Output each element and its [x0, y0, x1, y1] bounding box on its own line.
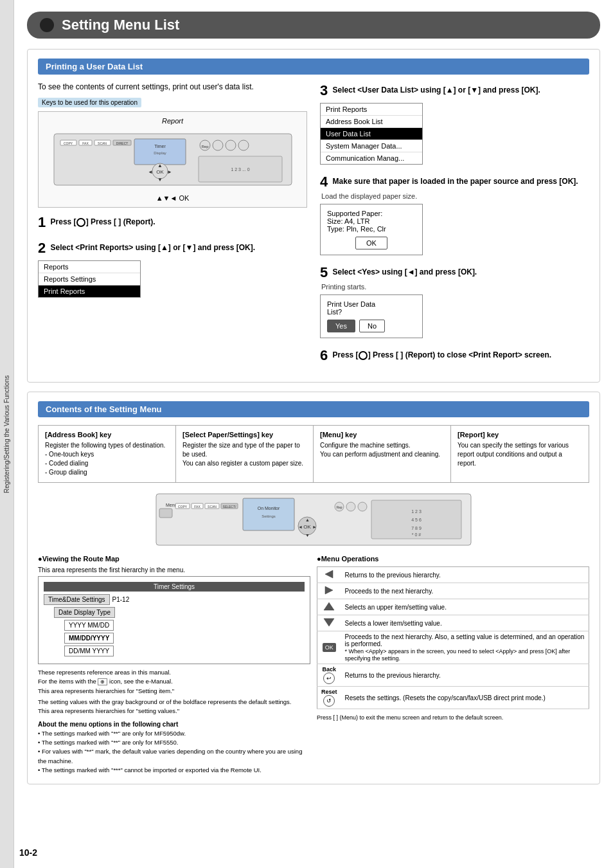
- step5-text: Select <Yes> using [◄] and press [OK].: [333, 267, 477, 276]
- op-ok-desc: Proceeds to the next hierarchy. Also, a …: [341, 631, 589, 664]
- op-fwd-desc: Proceeds to the next hierarchy.: [341, 583, 589, 599]
- keys-label: Keys to be used for this operation: [38, 98, 141, 107]
- yes-button[interactable]: Yes: [327, 320, 355, 332]
- down-arrow-icon: [323, 617, 335, 628]
- svg-text:1  2  3: 1 2 3: [411, 509, 422, 514]
- svg-text:4  5  6: 4 5 6: [411, 518, 422, 522]
- svg-point-21: [226, 140, 236, 150]
- key-col-report-header: [Report] key: [458, 431, 582, 439]
- svg-text:Settings: Settings: [262, 514, 276, 518]
- side-tab: Registering/Setting the Various Function…: [0, 0, 14, 868]
- step2: 2 Select <Print Reports> using [▲] or [▼…: [38, 240, 307, 298]
- step4-ok-button[interactable]: OK: [355, 237, 387, 249]
- no-button[interactable]: No: [359, 320, 385, 332]
- reset-circle-icon: ↺: [323, 695, 335, 707]
- svg-text:COPY: COPY: [63, 141, 73, 145]
- svg-text:*  0  #: * 0 #: [412, 532, 422, 537]
- dialog-line1: Print User Data: [327, 300, 416, 308]
- step5-subtext: Printing starts.: [321, 283, 589, 291]
- reset-label: Reset: [321, 689, 337, 695]
- svg-text:SCAN: SCAN: [98, 141, 107, 145]
- menu-system-manager: System Manager Data...: [321, 140, 422, 152]
- svg-text:▲: ▲: [157, 163, 163, 168]
- step2-menu: Reports Reports Settings Print Reports: [38, 260, 141, 298]
- section-printing-user-data: Printing a User Data List To see the con…: [27, 49, 600, 383]
- step2-number: 2: [38, 240, 46, 257]
- up-arrow-icon: [323, 601, 335, 611]
- key-col-address-text: Register the following types of destinat…: [45, 441, 169, 477]
- chart-heading: About the menu options in the following …: [38, 719, 310, 729]
- page-number: 10-2: [19, 847, 37, 858]
- svg-marker-57: [324, 619, 334, 626]
- svg-marker-54: [325, 570, 333, 578]
- left-column: To see the contents of current settings,…: [38, 82, 307, 373]
- svg-text:▼: ▼: [157, 177, 163, 183]
- keys-table: [Address Book] key Register the followin…: [38, 425, 589, 483]
- svg-text:DIRECT: DIRECT: [116, 141, 128, 145]
- back-circle-icon: ↩: [323, 673, 335, 684]
- step4-number: 4: [320, 174, 328, 190]
- section2-header: Contents of the Setting Menu: [38, 401, 589, 417]
- svg-marker-56: [324, 602, 334, 610]
- menu-item-reports: Reports: [39, 261, 140, 273]
- step4-text: Make sure that paper is loaded in the pa…: [333, 177, 578, 186]
- key-col-report-text: You can specify the settings for various…: [458, 441, 582, 468]
- svg-text:1 2 3 ... 0: 1 2 3 ... 0: [231, 167, 249, 172]
- svg-text:Timer: Timer: [154, 144, 166, 149]
- svg-text:FAX: FAX: [194, 505, 200, 509]
- left-arrow-icon: [323, 569, 335, 579]
- key-col-menu: [Menu] key Configure the machine setting…: [314, 426, 451, 482]
- svg-text:Rep: Rep: [201, 145, 209, 149]
- key-col-menu-text: Configure the machine settings.You can p…: [320, 441, 444, 459]
- svg-text:▼: ▼: [305, 533, 310, 538]
- svg-point-22: [238, 140, 249, 150]
- dialog-line2: List?: [327, 308, 416, 316]
- step4-subtext: Load the displayed paper size.: [321, 192, 589, 200]
- svg-text:FAX: FAX: [82, 141, 89, 145]
- note-bullet3: • For values with "**" mark, the default…: [38, 747, 310, 766]
- op-row-reset: Reset ↺ Resets the settings. (Resets the…: [317, 687, 589, 709]
- route-desc1: This area represents the first hierarchy…: [38, 566, 310, 574]
- key-col-menu-header: [Menu] key: [320, 431, 444, 439]
- timer-opt3: DD/MM YYYY: [64, 646, 114, 656]
- title-icon: [40, 18, 54, 32]
- intro-text: To see the contents of current settings,…: [38, 82, 307, 91]
- svg-point-47: [346, 502, 355, 511]
- step4: 4 Make sure that paper is loaded in the …: [320, 174, 589, 255]
- timer-diagram: Timer Settings Time&Date Settings P1-12 …: [38, 576, 310, 664]
- note-bullet2: • The settings marked with "**" are only…: [38, 738, 310, 747]
- svg-text:OK: OK: [156, 169, 164, 175]
- svg-text:◄: ◄: [298, 525, 303, 529]
- page-title-bar: Setting Menu List: [27, 12, 600, 39]
- timer-date-display: Date Display Type: [54, 607, 115, 618]
- icon-placeholder: ⊕: [98, 678, 107, 685]
- note-bullet4: • The settings marked with "***" cannot …: [38, 766, 310, 775]
- op-row-up: Selects an upper item/setting value.: [317, 599, 589, 615]
- step4-paper-box: Supported Paper: Size: A4, LTR Type: Pln…: [320, 204, 423, 255]
- section1-header: Printing a User Data List: [38, 59, 589, 75]
- key-col-address: [Address Book] key Register the followin…: [39, 426, 176, 482]
- viewing-route-map-heading: ●Viewing the Route Map: [38, 555, 310, 563]
- paper-line3: Type: Pln, Rec, Clr: [327, 225, 416, 233]
- svg-text:7  8  9: 7 8 9: [411, 526, 422, 530]
- menu-print-reports: Print Reports: [321, 104, 422, 116]
- key-col-address-header: [Address Book] key: [45, 431, 169, 439]
- key-col-paper-header: [Select Paper/Settings] key: [182, 431, 306, 439]
- svg-text:▲: ▲: [305, 518, 310, 522]
- operations-table: Returns to the previous hierarchy. Proce…: [317, 566, 589, 709]
- timer-time-date: Time&Date Settings: [44, 594, 110, 605]
- svg-text:On Monitor: On Monitor: [258, 506, 280, 511]
- svg-text:Rep: Rep: [336, 505, 342, 509]
- menu-item-reports-settings: Reports Settings: [39, 273, 140, 285]
- ok-icon: OK: [323, 643, 336, 652]
- step5-dialog: Print User Data List? Yes No: [320, 294, 423, 338]
- report-circle-icon2: [359, 351, 368, 360]
- op-up-desc: Selects an upper item/setting value.: [341, 599, 589, 615]
- step3-text: Select <User Data List> using [▲] or [▼]…: [333, 86, 540, 95]
- menu-user-data-list: User Data List: [321, 128, 422, 140]
- step6: 6 Press [] Press [ ] (Report) to close <…: [320, 347, 589, 364]
- menu-address-book: Address Book List: [321, 116, 422, 128]
- menu-ops-heading: ●Menu Operations: [317, 555, 589, 563]
- device-illustration: Timer Display COPY FAX SCAN DIRECT: [51, 127, 295, 192]
- route-hier-note: This area represents hierarchies for "se…: [38, 707, 310, 714]
